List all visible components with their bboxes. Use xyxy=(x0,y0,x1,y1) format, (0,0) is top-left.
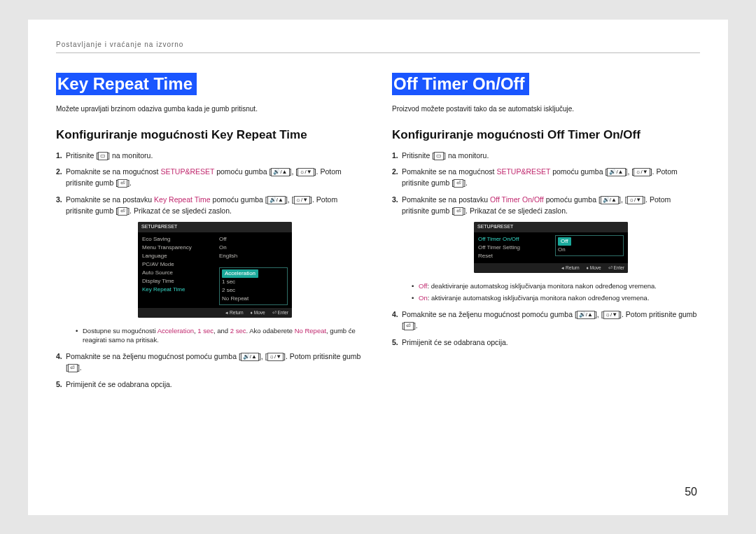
step-3: Pomaknite se na postavku Key Repeat Time… xyxy=(56,195,364,344)
vol-up-icon: 🔊/▲ xyxy=(601,196,619,204)
notes-left: Dostupne su mogućnosti Acceleration, 1 s… xyxy=(76,326,364,345)
osd-move-icon: ♦ Move xyxy=(251,309,265,316)
intro-left: Možete upravljati brzinom odaziva gumba … xyxy=(56,105,364,113)
step-4: Pomaknite se na željenu mogućnost pomoću… xyxy=(56,351,364,374)
step-2: Pomaknite se na mogućnost SETUP&RESET po… xyxy=(392,167,700,189)
two-column-layout: Key Repeat Time Možete upravljati brzino… xyxy=(56,73,700,396)
intro-right: Proizvod možete postaviti tako da se aut… xyxy=(392,105,700,113)
bright-down-icon: ☼/▼ xyxy=(294,196,310,204)
steps-left: Pritisnite [▭] na monitoru. Pomaknite se… xyxy=(56,150,364,391)
section-title-right: Off Timer On/Off xyxy=(392,73,529,95)
step-3: Pomaknite se na postavku Off Timer On/Of… xyxy=(392,195,700,302)
running-header: Postavljanje i vraćanje na izvorno xyxy=(56,41,700,53)
bright-down-icon: ☼/▼ xyxy=(627,196,643,204)
enter-icon: ⏎ xyxy=(118,207,127,216)
enter-icon: ⏎ xyxy=(404,322,414,330)
document-page: Postavljanje i vraćanje na izvorno Key R… xyxy=(28,20,728,515)
page-number: 50 xyxy=(685,486,697,498)
menu-button-icon: ▭ xyxy=(98,152,108,160)
enter-icon: ⏎ xyxy=(118,179,127,188)
step-5: Primijenit će se odabrana opcija. xyxy=(56,379,364,391)
notes-right: Off: deaktiviranje automatskog isključiv… xyxy=(412,281,700,303)
vol-up-icon: 🔊/▲ xyxy=(241,353,259,361)
osd-enter-icon: ⏎ Enter xyxy=(608,265,624,272)
osd-move-icon: ♦ Move xyxy=(587,265,601,272)
subhead-right: Konfiguriranje mogućnosti Off Timer On/O… xyxy=(392,128,700,142)
bright-down-icon: ☼/▼ xyxy=(634,168,650,176)
osd-return-icon: ◂ Return xyxy=(225,309,243,316)
menu-button-icon: ▭ xyxy=(434,152,444,160)
vol-up-icon: 🔊/▲ xyxy=(607,168,625,176)
step-1: Pritisnite [▭] na monitoru. xyxy=(392,150,700,162)
enter-icon: ⏎ xyxy=(68,364,78,372)
left-column: Key Repeat Time Možete upravljati brzino… xyxy=(56,73,364,396)
subhead-left: Konfiguriranje mogućnosti Key Repeat Tim… xyxy=(56,128,364,142)
enter-icon: ⏎ xyxy=(454,207,463,216)
osd-preview-right: SETUP&RESET Off Timer On/Off Off Timer S… xyxy=(474,222,628,272)
bright-down-icon: ☼/▼ xyxy=(603,311,620,319)
step-5: Primijenit će se odabrana opcija. xyxy=(392,337,700,349)
enter-icon: ⏎ xyxy=(454,179,463,188)
section-title-left: Key Repeat Time xyxy=(56,73,197,95)
osd-return-icon: ◂ Return xyxy=(561,265,579,272)
osd-preview-left: SETUP&RESET Eco Saving Menu Transparency… xyxy=(138,222,292,317)
vol-up-icon: 🔊/▲ xyxy=(267,196,286,204)
bright-down-icon: ☼/▼ xyxy=(298,168,314,176)
vol-up-icon: 🔊/▲ xyxy=(577,311,595,319)
vol-up-icon: 🔊/▲ xyxy=(271,168,289,176)
osd-enter-icon: ⏎ Enter xyxy=(272,309,288,316)
step-1: Pritisnite [▭] na monitoru. xyxy=(56,150,364,162)
bright-down-icon: ☼/▼ xyxy=(267,353,284,361)
steps-right: Pritisnite [▭] na monitoru. Pomaknite se… xyxy=(392,150,700,349)
right-column: Off Timer On/Off Proizvod možete postavi… xyxy=(392,73,700,396)
step-4: Pomaknite se na željenu mogućnost pomoću… xyxy=(392,309,700,332)
step-2: Pomaknite se na mogućnost SETUP&RESET po… xyxy=(56,167,364,189)
